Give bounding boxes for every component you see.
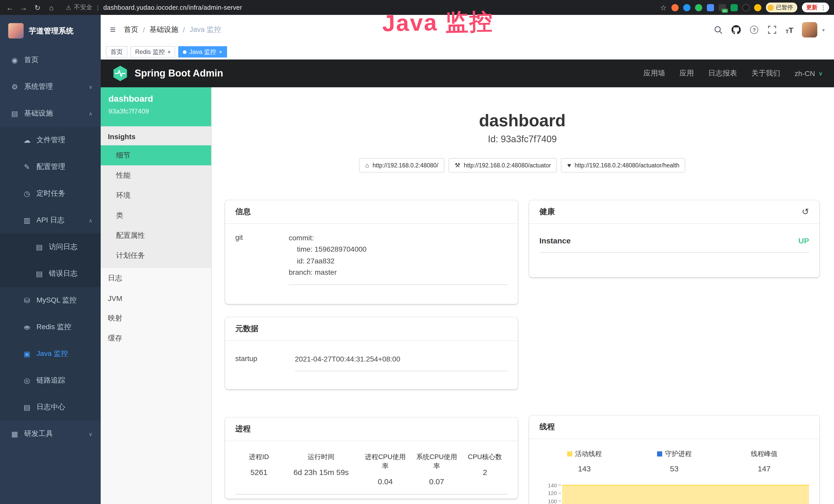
sidebar-item-error-logs[interactable]: ▤ 错误日志	[0, 260, 101, 287]
item-label: 计划任务	[116, 251, 145, 260]
sidebar-item-dev-tools[interactable]: ▦ 研发工具 ∨	[0, 420, 101, 447]
extension-drop-icon[interactable]	[683, 4, 690, 11]
sba-content: dashboard Id: 93a3fc7f7409 ⌂ http://192.…	[212, 87, 834, 504]
bookmark-star-icon[interactable]: ☆	[660, 3, 666, 12]
chrome-update-button[interactable]: 更新 ⋮	[802, 3, 829, 12]
sba-nav-links: 应用墙 应用 日志报表 关于我们 zh-CN ∨	[644, 69, 823, 78]
sidebar-item-java-monitor[interactable]: ▣ Java 监控	[0, 340, 101, 367]
sidebar-item-trace[interactable]: ◎ 链路追踪	[0, 367, 101, 394]
service-url-link[interactable]: ⌂ http://192.168.0.2:48080/	[359, 158, 444, 173]
sba-nav-journal[interactable]: 日志报表	[708, 69, 737, 78]
sba-nav-wallboard[interactable]: 应用墙	[644, 69, 665, 78]
sidebar-item-label: 文件管理	[37, 136, 65, 145]
search-icon[interactable]	[714, 25, 723, 35]
infrastructure-icon: ▤	[10, 109, 19, 118]
extension-leaf-icon[interactable]	[730, 4, 738, 11]
close-icon[interactable]: ×	[219, 49, 222, 55]
tab-home[interactable]: 首页	[106, 46, 127, 58]
sba-item-details[interactable]: 细节	[101, 145, 211, 165]
legend-active-threads: 活动线程 143	[540, 449, 629, 473]
sba-item-scheduled-tasks[interactable]: 计划任务	[101, 246, 211, 266]
app-logo[interactable]: 芋道管理系统	[0, 15, 101, 47]
breadcrumb-infrastructure[interactable]: 基础设施	[150, 25, 178, 35]
sba-brand[interactable]: Spring Boot Admin	[112, 65, 223, 82]
profile-paused-badge[interactable]: 已暂停	[766, 3, 797, 12]
sidebar-item-scheduled-tasks[interactable]: ◷ 定时任务	[0, 180, 101, 207]
extension-onetab-icon[interactable]: on	[719, 4, 726, 11]
tab-label: Java 监控	[189, 47, 216, 56]
tab-java-monitor[interactable]: Java 监控 ×	[178, 46, 227, 58]
extension-bug-icon[interactable]	[742, 4, 749, 11]
chevron-up-icon: ∧	[89, 217, 92, 223]
security-indicator[interactable]: ⚠ 不安全	[66, 3, 92, 12]
sba-navbar: Spring Boot Admin 应用墙 应用 日志报表 关于我们 zh-CN…	[101, 60, 834, 87]
actuator-url-link[interactable]: ⚒ http://192.168.0.2:48080/actuator	[448, 158, 557, 173]
item-label: 细节	[116, 151, 130, 160]
dashboard-icon: ◉	[10, 56, 19, 64]
home-icon[interactable]: ⌂	[47, 3, 56, 12]
sidebar-item-home[interactable]: ◉ 首页	[0, 47, 101, 73]
health-url-link[interactable]: ♥ http://192.168.0.2:48080/actuator/heal…	[561, 158, 685, 173]
status-badge: UP	[798, 236, 809, 245]
column-value: 5261	[237, 468, 281, 477]
url-bar[interactable]: dashboard.yudao.iocoder.cn/infra/admin-s…	[103, 4, 242, 11]
extension-fox-icon[interactable]	[671, 4, 678, 11]
back-icon[interactable]: ←	[5, 3, 14, 12]
user-avatar[interactable]	[802, 22, 817, 38]
sidebar-item-mysql-monitor[interactable]: ⛁ MySQL 监控	[0, 287, 101, 314]
clock-icon: ◷	[23, 189, 31, 198]
history-icon[interactable]: ↺	[802, 207, 809, 216]
font-size-icon[interactable]: TT	[786, 25, 793, 34]
fullscreen-icon[interactable]	[767, 25, 777, 35]
sba-item-mappings[interactable]: 映射	[101, 308, 211, 328]
annotation-overlay: Java 监控	[382, 6, 494, 39]
sba-item-logs[interactable]: 日志	[101, 268, 211, 288]
extension-smiley-icon[interactable]	[754, 4, 761, 11]
sidebar-item-system-management[interactable]: ⚙ 系统管理 ∨	[0, 73, 101, 100]
sidebar-item-config-management[interactable]: ✎ 配置管理	[0, 154, 101, 180]
sidebar-item-label: 研发工具	[24, 429, 53, 438]
legend-value: 143	[540, 464, 629, 473]
sba-item-metrics[interactable]: 性能	[101, 165, 211, 185]
chevron-up-icon: ∧	[89, 111, 92, 116]
column-value: 0.04	[361, 477, 409, 486]
breadcrumb-home[interactable]: 首页	[124, 25, 138, 35]
sba-item-jvm[interactable]: JVM	[101, 288, 211, 308]
hamburger-icon[interactable]: ≡	[110, 24, 115, 36]
sidebar-item-label: 基础设施	[24, 109, 53, 118]
reload-icon[interactable]: ↻	[33, 3, 42, 12]
extension-green-circle-icon[interactable]	[695, 4, 702, 11]
sba-nav-applications[interactable]: 应用	[680, 69, 694, 78]
process-table: 进程ID 5261 运行时间 6d 23h 15m 59s	[235, 452, 507, 495]
sidebar-item-label: Java 监控	[37, 349, 68, 359]
forward-icon[interactable]: →	[19, 3, 28, 12]
avatar-caret-icon[interactable]: ▾	[822, 27, 825, 32]
instance-header[interactable]: dashboard 93a3fc7f7409	[101, 87, 211, 126]
locale-selector[interactable]: zh-CN ∨	[795, 69, 823, 77]
sba-item-environment[interactable]: 环境	[101, 185, 211, 205]
sidebar-item-access-logs[interactable]: ▤ 访问日志	[0, 234, 101, 260]
link-label: http://192.168.0.2:48080/	[373, 162, 438, 168]
sidebar-item-infrastructure[interactable]: ▤ 基础设施 ∧	[0, 100, 101, 127]
help-icon[interactable]: ?	[749, 25, 759, 35]
close-icon[interactable]: ×	[168, 49, 171, 55]
extension-grid-icon[interactable]	[707, 4, 714, 11]
sba-nav-about[interactable]: 关于我们	[751, 69, 780, 78]
sidebar-item-log-center[interactable]: ▤ 日志中心	[0, 394, 101, 420]
breadcrumb-separator: /	[183, 26, 185, 34]
document-icon: ▤	[35, 270, 44, 278]
sidebar-item-file-management[interactable]: ☁ 文件管理	[0, 127, 101, 154]
sidebar-item-api-logs[interactable]: ▥ API 日志 ∧	[0, 207, 101, 234]
sidebar-item-redis-monitor[interactable]: ⛂ Redis 监控	[0, 314, 101, 340]
tab-redis-monitor[interactable]: Redis 监控 ×	[130, 46, 175, 58]
health-instance-row[interactable]: Instance UP	[540, 236, 809, 253]
breadcrumb: 首页 / 基础设施 / Java 监控	[124, 25, 221, 35]
metadata-card: 元数据 startup 2021-04-27T00:44:31.254+08:0…	[225, 317, 518, 389]
browser-menu-icon[interactable]: ⋮	[820, 4, 826, 11]
document-icon: ▤	[35, 243, 44, 251]
warning-icon: ⚠	[66, 4, 71, 11]
sba-item-config-props[interactable]: 配置属性	[101, 225, 211, 246]
sba-item-classes[interactable]: 类	[101, 205, 211, 225]
github-icon[interactable]	[731, 25, 741, 35]
sba-item-caches[interactable]: 缓存	[101, 328, 211, 348]
